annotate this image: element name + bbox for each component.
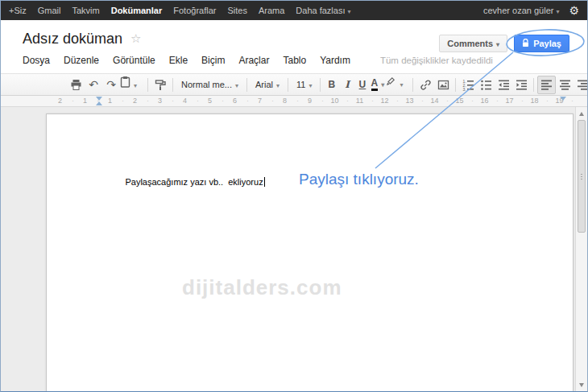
italic-button[interactable]: I bbox=[339, 76, 354, 93]
vertical-scrollbar[interactable] bbox=[575, 107, 587, 391]
ruler-number: 13 bbox=[397, 96, 422, 106]
share-button[interactable]: Paylaş bbox=[514, 35, 569, 52]
indent-icon bbox=[516, 79, 528, 91]
redo-icon: ↷ bbox=[106, 79, 116, 90]
menu-tablo[interactable]: Tablo bbox=[283, 55, 306, 66]
styles-select[interactable]: Normal me... bbox=[176, 80, 243, 89]
ruler[interactable]: 2112345678910111213141516171819 bbox=[1, 96, 587, 107]
arrow-down-icon bbox=[579, 383, 584, 387]
align-center-button[interactable] bbox=[556, 76, 574, 93]
toolbar-separator bbox=[172, 78, 173, 92]
numbered-list-icon: 1.2.3. bbox=[462, 79, 474, 91]
align-right-button[interactable] bbox=[574, 76, 588, 93]
indent-marker[interactable] bbox=[96, 97, 102, 105]
font-select[interactable]: Arial bbox=[251, 80, 284, 89]
google-docs-window: +Siz Gmail Takvim Dokümanlar Fotoğraflar… bbox=[0, 0, 588, 392]
menu-dosya[interactable]: Dosya bbox=[23, 55, 50, 66]
document-text[interactable]: Paylaşacağımız yazı vb.. ekliyoruz bbox=[106, 167, 265, 196]
decrease-indent-button[interactable] bbox=[495, 76, 512, 93]
menu-ekle[interactable]: Ekle bbox=[169, 55, 188, 66]
ruler-number: 16 bbox=[472, 96, 497, 106]
image-icon bbox=[437, 79, 449, 91]
right-indent-icon[interactable] bbox=[560, 97, 566, 101]
toolbar: ↶ ↷ Normal me... Arial 11 B I U A 1.2.3. bbox=[1, 73, 587, 96]
star-icon[interactable]: ☆ bbox=[130, 31, 141, 46]
align-left-icon bbox=[540, 79, 553, 91]
scrollbar-thumb[interactable] bbox=[578, 120, 586, 233]
insert-link-button[interactable] bbox=[416, 76, 434, 93]
text-cursor bbox=[264, 177, 265, 187]
text-color-icon: A bbox=[371, 79, 379, 91]
bold-button[interactable]: B bbox=[324, 76, 339, 93]
scroll-up-button[interactable] bbox=[576, 108, 587, 119]
highlight-color-button[interactable] bbox=[385, 76, 409, 93]
increase-indent-button[interactable] bbox=[512, 76, 530, 93]
toolbar-separator bbox=[320, 78, 321, 92]
ruler-number: 11 bbox=[347, 96, 372, 106]
toolbar-separator bbox=[412, 78, 413, 92]
left-indent-icon[interactable] bbox=[96, 101, 102, 105]
toolbar-separator bbox=[533, 78, 534, 92]
annotation-text: Paylaşı tıklıyoruz. bbox=[299, 171, 419, 188]
menu-yardim[interactable]: Yardım bbox=[320, 55, 350, 66]
ruler-number: 9 bbox=[297, 96, 322, 106]
right-indent-marker[interactable] bbox=[560, 97, 566, 101]
topbar-item-siz[interactable]: +Siz bbox=[9, 6, 27, 15]
redo-button[interactable]: ↷ bbox=[102, 76, 120, 93]
menu-araclar[interactable]: Araçlar bbox=[238, 55, 269, 66]
topbar-item-fotograflar[interactable]: Fotoğraflar bbox=[173, 6, 216, 15]
text-color-button[interactable]: A bbox=[370, 76, 385, 93]
ruler-number: 7 bbox=[247, 96, 272, 106]
ruler-number: 12 bbox=[372, 96, 397, 106]
ruler-number: 3 bbox=[147, 96, 172, 106]
web-clipboard-button[interactable] bbox=[120, 76, 144, 93]
ruler-number: 2 bbox=[122, 96, 147, 106]
ruler-number: 14 bbox=[422, 96, 447, 106]
topbar-user-menu[interactable]: cevher ozan güler bbox=[483, 6, 559, 15]
undo-icon: ↶ bbox=[89, 79, 98, 90]
topbar-item-arama[interactable]: Arama bbox=[259, 6, 284, 15]
topbar-item-sites[interactable]: Sites bbox=[227, 6, 246, 15]
bulleted-list-icon bbox=[480, 79, 492, 91]
align-left-button[interactable] bbox=[537, 76, 556, 94]
paint-format-button[interactable] bbox=[151, 76, 169, 93]
menu-bicim[interactable]: Biçim bbox=[201, 55, 225, 66]
link-icon bbox=[420, 79, 432, 91]
align-center-icon bbox=[559, 79, 571, 91]
bulleted-list-button[interactable] bbox=[477, 76, 495, 93]
ruler-number: 5 bbox=[197, 96, 222, 106]
gear-icon[interactable]: ⚙ bbox=[569, 5, 579, 16]
paint-roller-icon bbox=[155, 79, 167, 91]
ruler-number: 4 bbox=[172, 96, 197, 106]
ruler-number: 17 bbox=[497, 96, 522, 106]
topbar-item-more[interactable]: Daha fazlası bbox=[296, 6, 350, 15]
toolbar-separator bbox=[288, 78, 288, 92]
ruler-number: 15 bbox=[447, 96, 472, 106]
first-line-indent-icon[interactable] bbox=[96, 97, 102, 101]
undo-button[interactable]: ↶ bbox=[85, 76, 102, 93]
document-area: Paylaşacağımız yazı vb.. ekliyoruz Payla… bbox=[1, 107, 587, 391]
google-bar: +Siz Gmail Takvim Dokümanlar Fotoğraflar… bbox=[1, 1, 587, 20]
toolbar-separator bbox=[246, 78, 247, 92]
topbar-item-gmail[interactable]: Gmail bbox=[38, 6, 61, 15]
ruler-number: 1 bbox=[72, 96, 97, 106]
topbar-item-takvim[interactable]: Takvim bbox=[72, 6, 99, 15]
lock-icon bbox=[522, 39, 529, 49]
document-page[interactable]: Paylaşacağımız yazı vb.. ekliyoruz Payla… bbox=[46, 113, 574, 392]
scroll-down-button[interactable] bbox=[576, 379, 587, 390]
menu-duzenle[interactable]: Düzenle bbox=[64, 55, 99, 66]
insert-image-button[interactable] bbox=[434, 76, 452, 93]
toolbar-separator bbox=[147, 78, 148, 92]
topbar-item-dokumanlar[interactable]: Dokümanlar bbox=[111, 6, 163, 15]
comments-button[interactable]: Comments bbox=[439, 35, 507, 52]
watermark: dijitalders.com bbox=[182, 275, 342, 300]
font-size-select[interactable]: 11 bbox=[292, 80, 317, 89]
menu-goruntule[interactable]: Görüntüle bbox=[113, 55, 155, 66]
numbered-list-button[interactable]: 1.2.3. bbox=[459, 76, 477, 93]
toolbar-separator bbox=[455, 78, 456, 92]
page-title[interactable]: Adsız doküman bbox=[23, 31, 122, 47]
underline-button[interactable]: U bbox=[354, 76, 370, 93]
outdent-icon bbox=[498, 79, 510, 91]
print-button[interactable] bbox=[67, 76, 85, 93]
svg-text:3.: 3. bbox=[462, 87, 466, 91]
